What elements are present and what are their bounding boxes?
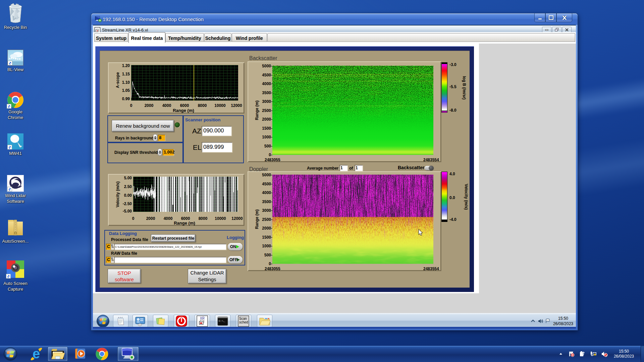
svg-text:C:\_: C:\_ [219, 319, 225, 322]
svg-text:XR: XR [200, 316, 205, 320]
svg-text:Scan: Scan [239, 317, 247, 320]
svg-text:sched: sched [239, 320, 248, 324]
